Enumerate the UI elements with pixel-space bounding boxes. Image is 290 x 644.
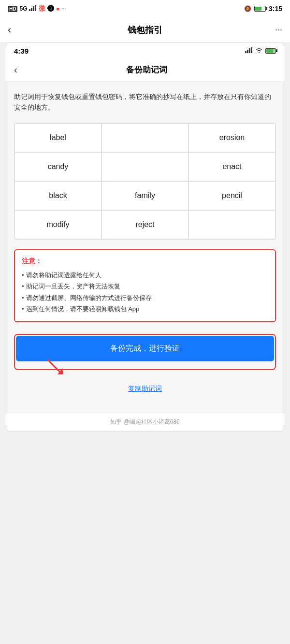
description-text: 助记词用于恢复钱包或重置钱包密码，将它准确的抄写在纸上，并存放在只有你知道的安全… [14, 91, 276, 113]
primary-button-wrapper: 备份完成，进行验证 [14, 334, 276, 370]
inner-back-button[interactable]: ‹ [14, 64, 17, 75]
outer-nav-bar: ‹ 钱包指引 ✕ ··· [0, 17, 290, 43]
svg-rect-4 [245, 51, 246, 53]
svg-rect-5 [247, 50, 248, 53]
outer-status-bar: HD 5G 微 🅠 ■ ··· 🔕 3:15 [0, 0, 290, 17]
arrow-indicator [43, 358, 67, 379]
mnemonic-cell-6: enact [188, 152, 276, 181]
mnemonic-cell-12 [188, 210, 276, 239]
inner-wifi-icon [255, 46, 263, 55]
weibo-icon: 微 [39, 4, 45, 13]
bell-icon: 🔕 [244, 5, 251, 12]
warning-item-2: 助记词一旦丢失，资产将无法恢复 [22, 281, 268, 292]
app-icon-1: 🅠 [47, 5, 54, 13]
mnemonic-cell-5 [102, 152, 188, 181]
mnemonic-cell-8: family [102, 181, 188, 210]
svg-rect-2 [33, 6, 34, 11]
mnemonic-cell-7: black [14, 181, 102, 210]
mnemonic-cell-3: erosion [188, 123, 276, 152]
outer-status-left: HD 5G 微 🅠 ■ ··· [8, 4, 66, 13]
inner-nav: ‹ 备份助记词 [6, 58, 284, 82]
mnemonic-cell-11: reject [102, 210, 188, 239]
mnemonic-cell-2 [102, 123, 188, 152]
outer-back-button[interactable]: ‹ [8, 24, 11, 36]
warning-item-4: 遇到任何情况，请不要轻易卸载钱包 App [22, 303, 268, 315]
mnemonic-cell-1: label [14, 123, 102, 152]
mnemonic-cell-4: candy [14, 152, 102, 181]
warning-box: 注意： 请勿将助记词透露给任何人 助记词一旦丢失，资产将无法恢复 请勿通过截屏、… [14, 249, 276, 323]
outer-status-right: 🔕 3:15 [244, 5, 282, 13]
svg-point-8 [259, 52, 260, 53]
outer-battery-icon [254, 6, 266, 12]
outer-time: 3:15 [269, 5, 282, 13]
app-dots: ··· [61, 6, 66, 12]
mnemonic-grid: label erosion candy enact black family p… [14, 123, 276, 240]
hd-badge: HD [8, 6, 17, 12]
svg-rect-3 [35, 5, 36, 11]
svg-rect-0 [29, 9, 30, 11]
inner-status-bar: 4:39 [6, 43, 284, 58]
mnemonic-cell-9: pencil [188, 181, 276, 210]
svg-rect-1 [31, 8, 32, 11]
footer: 知乎 @崛起社区小诸葛686 [6, 413, 284, 431]
mnemonic-cell-10: modify [14, 210, 102, 239]
inner-battery-icon [265, 48, 276, 54]
app-icon-2: ■ [56, 6, 59, 12]
warning-title: 注意： [22, 257, 268, 266]
outer-more-button[interactable]: ··· [275, 25, 282, 35]
copy-mnemonic-link[interactable]: 复制助记词 [14, 385, 276, 393]
inner-signal-icon [245, 46, 253, 55]
outer-nav-title: 钱包指引 [128, 24, 162, 36]
svg-rect-6 [249, 48, 250, 53]
svg-line-9 [48, 360, 60, 372]
warning-item-1: 请勿将助记词透露给任何人 [22, 270, 268, 281]
inner-nav-title: 备份助记词 [17, 64, 276, 75]
inner-time: 4:39 [14, 47, 29, 55]
phone-screen: 4:39 [6, 43, 284, 431]
signal-bars [29, 5, 37, 13]
inner-status-icons [245, 46, 276, 55]
inner-content: 助记词用于恢复钱包或重置钱包密码，将它准确的抄写在纸上，并存放在只有你知道的安全… [6, 82, 284, 413]
footer-text: 知乎 @崛起社区小诸葛686 [110, 418, 180, 425]
warning-item-3: 请勿通过截屏、网络传输的方式进行备份保存 [22, 292, 268, 303]
svg-rect-7 [251, 47, 252, 53]
signal-strength: 5G [19, 5, 27, 12]
